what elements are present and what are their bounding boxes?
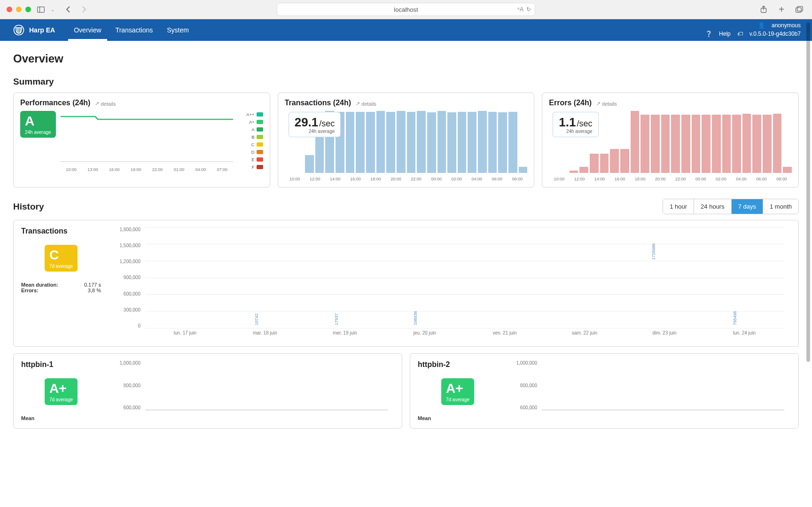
translate-icon[interactable]: ᵃA (517, 6, 523, 13)
bar (478, 111, 487, 173)
bar (579, 167, 588, 173)
nav-link-overview[interactable]: Overview (74, 19, 101, 41)
bar-slot (663, 360, 694, 410)
big-number: 1.1 (559, 115, 576, 129)
x-tick: 04:00 (467, 177, 487, 181)
legend-item: C (238, 142, 263, 147)
nav-link-transactions[interactable]: Transactions (116, 19, 153, 41)
section-summary: Summary (13, 77, 799, 87)
url-bar[interactable]: localhost ᵃA ↻ (277, 3, 535, 16)
x-tick: 22:00 (671, 177, 691, 181)
bar (305, 155, 314, 173)
nav-right: 👤 anonymous ❔ Help 🏷 v.0.5.0-19-g4dc30b7 (705, 21, 801, 38)
legend-item: A (238, 127, 263, 132)
stat-row: Errors:3,8 % (21, 288, 101, 293)
range-button[interactable]: 24 hours (694, 199, 732, 214)
nav-link-system[interactable]: System (167, 19, 189, 41)
grade-sub: 24h average (25, 130, 51, 135)
details-link[interactable]: ↗details (356, 101, 376, 107)
x-tick: lun. 17 juin (145, 330, 225, 340)
big-number-box: 1.1/sec 24h average (553, 112, 598, 137)
big-sub: 24h average (295, 129, 335, 134)
x-tick: 18:00 (366, 177, 386, 181)
window-zoom-icon[interactable] (25, 7, 31, 12)
x-tick: 13:00 (82, 167, 104, 172)
hist-title: httpbin-1 (21, 360, 101, 369)
x-tick: 01:00 (168, 167, 190, 172)
bar (397, 111, 406, 173)
stat-row: Mean duration:0.177 s (21, 282, 101, 288)
bar-slot (145, 227, 225, 328)
bar-value-label: 10742 (254, 313, 259, 325)
version-label[interactable]: v.0.5.0-19-g4dc30b7 (750, 30, 801, 38)
brand[interactable]: Harp EA (13, 24, 55, 36)
help-link[interactable]: Help (719, 30, 731, 38)
bar (722, 115, 731, 173)
reload-icon[interactable]: ↻ (526, 6, 531, 13)
x-tick: 12:00 (305, 177, 325, 181)
share-icon[interactable] (757, 4, 770, 15)
x-tick: 00:00 (426, 177, 446, 181)
user-icon: 👤 (758, 21, 765, 30)
bar-slot (327, 360, 358, 410)
legend-item: E (238, 157, 263, 162)
range-button[interactable]: 7 days (732, 199, 763, 214)
bar (631, 111, 640, 173)
details-link[interactable]: ↗details (596, 101, 617, 107)
history-transactions-chart: 1,800,0001,500,0001,200,000900,000600,00… (111, 227, 791, 340)
big-number-box: 29.1/sec 24h average (289, 112, 341, 137)
bar-value-label: 795496 (733, 311, 737, 325)
bar-slot (465, 227, 545, 328)
new-tab-icon[interactable]: + (775, 4, 788, 15)
bar-slot: 10742 (225, 227, 305, 328)
bar (763, 115, 772, 173)
bar (346, 112, 355, 173)
help-icon: ❔ (705, 30, 712, 38)
grade-letter: A (25, 115, 51, 128)
svg-rect-4 (796, 8, 802, 12)
x-tick: 20:00 (650, 177, 671, 181)
nav-forward-icon[interactable] (78, 4, 90, 15)
x-tick: 10:00 (285, 177, 305, 181)
range-button[interactable]: 1 hour (663, 199, 694, 214)
bar-slot (297, 360, 328, 410)
nav-back-icon[interactable] (62, 4, 74, 15)
app-navbar: Harp EA Overview Transactions System 👤 a… (0, 19, 812, 41)
section-history: History (13, 202, 44, 212)
window-close-icon[interactable] (7, 7, 12, 12)
hist-stats: Mean duration:0.177 sErrors:3,8 % (21, 282, 101, 293)
details-link[interactable]: ↗details (95, 101, 116, 107)
bar (498, 112, 507, 173)
grade-letter: C (49, 249, 73, 262)
external-link-icon: ↗ (356, 101, 360, 107)
y-tick: 800,000 (508, 383, 537, 388)
bar (742, 114, 751, 173)
bar (508, 112, 517, 173)
window-minimize-icon[interactable] (16, 7, 22, 12)
range-button[interactable]: 1 month (763, 199, 798, 214)
bar (437, 111, 446, 173)
scrollbar[interactable] (805, 21, 811, 505)
bar-slot (724, 360, 754, 410)
y-tick: 600,000 (111, 405, 141, 410)
grade-badge: A+ 7d average (441, 378, 474, 405)
x-tick: 04:00 (731, 177, 751, 181)
grade-badge: C 7d average (45, 245, 78, 272)
scrollbar-thumb[interactable] (806, 23, 810, 362)
nav-link-label: Overview (74, 26, 101, 34)
user-label[interactable]: anonymous (772, 21, 801, 30)
y-tick: 600,000 (111, 291, 141, 296)
x-tick: 14:00 (589, 177, 609, 181)
nav-link-label: System (167, 26, 189, 34)
history-httpbin2-card: httpbin-2 A+ 7d average Mean 1,000,00080… (410, 353, 799, 429)
y-tick: 600,000 (508, 405, 537, 410)
big-unit: /sec (319, 119, 335, 128)
sidebar-toggle-icon[interactable] (35, 4, 47, 15)
card-errors: Errors (24h) ↗details 1.1/sec 24h averag… (542, 93, 799, 187)
x-tick: 16:00 (345, 177, 366, 181)
tabs-overview-icon[interactable] (793, 4, 805, 15)
chevron-down-icon[interactable]: ⌄ (51, 7, 55, 12)
hist-title: httpbin-2 (418, 360, 498, 369)
bar-slot (266, 360, 297, 410)
bar (651, 115, 660, 173)
